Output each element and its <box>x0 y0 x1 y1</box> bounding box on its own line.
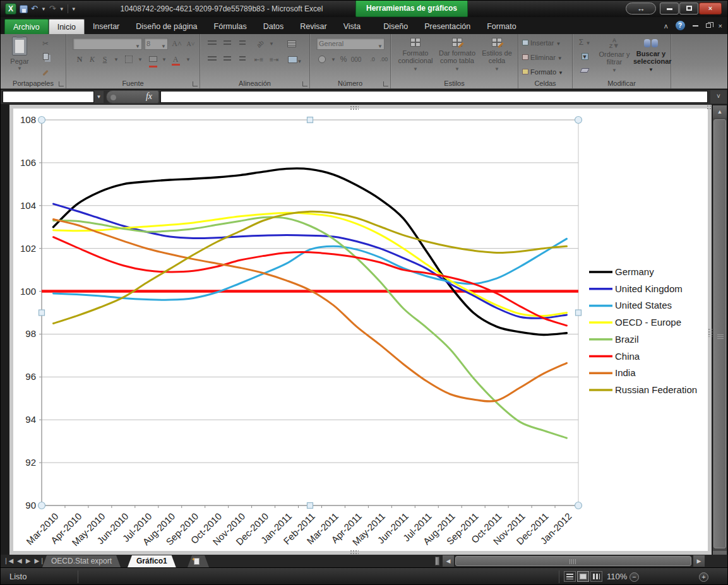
first-sheet-icon[interactable]: ❘◀ <box>3 556 13 566</box>
vertical-scrollbar[interactable]: ▲ ▼ <box>713 105 727 564</box>
selection-handle-corner[interactable] <box>39 117 45 124</box>
decrease-decimal-button[interactable]: .00 <box>377 54 391 66</box>
thousands-button[interactable]: 000 <box>349 54 363 66</box>
legend-label-united-states[interactable]: United States <box>615 300 672 310</box>
context-tab-presentación[interactable]: Presentación <box>416 19 479 34</box>
autosum-button[interactable]: Σ ▼ <box>576 37 593 49</box>
name-box-dropdown-icon[interactable]: ▼ <box>94 91 104 103</box>
save-icon[interactable] <box>20 5 28 13</box>
sheet-tab-gr-fico1[interactable]: Gráfico1 <box>128 555 176 567</box>
redo-dropdown-icon[interactable]: ▼ <box>59 6 64 12</box>
zoom-level[interactable]: 110% <box>607 572 627 581</box>
view-page-break-button[interactable] <box>590 571 602 582</box>
vertical-scrollbar-thumb[interactable] <box>713 119 726 548</box>
workbook-minimize-icon[interactable] <box>693 25 698 27</box>
format-cells-button[interactable]: Formato ▼ <box>522 68 563 76</box>
series-india[interactable] <box>54 220 567 402</box>
italic-button[interactable]: K <box>85 54 99 66</box>
borders-dropdown-icon[interactable]: ▼ <box>133 54 147 66</box>
grow-font-button[interactable]: A˄ <box>170 38 184 50</box>
minimize-button[interactable] <box>660 3 679 15</box>
tab-revisar[interactable]: Revisar <box>292 19 335 34</box>
view-page-layout-button[interactable] <box>577 571 589 582</box>
excel-app-icon[interactable]: X <box>5 3 16 15</box>
tab-fórmulas[interactable]: Fórmulas <box>206 19 255 34</box>
legend-label-united-kingdom[interactable]: United Kingdom <box>615 283 683 294</box>
selection-handle-edge[interactable] <box>307 117 313 123</box>
merge-center-button[interactable]: ▼ <box>285 54 305 66</box>
scroll-up-icon[interactable]: ▲ <box>713 105 727 118</box>
workbook-restore-icon[interactable] <box>706 23 711 28</box>
tab-diseño-de-página[interactable]: Diseño de página <box>128 19 205 34</box>
conditional-formatting-button[interactable]: Formato condicional ▼ <box>396 38 435 73</box>
name-box[interactable] <box>3 91 94 103</box>
number-format-combo[interactable]: General▼ <box>316 38 385 50</box>
cut-button[interactable]: ✂ <box>39 38 52 50</box>
align-left-button[interactable] <box>205 54 219 66</box>
prev-sheet-icon[interactable]: ◀ <box>17 556 22 566</box>
series-oecd-europe[interactable] <box>54 213 567 316</box>
scroll-right-icon[interactable]: ▶ <box>693 555 705 567</box>
insert-cells-button[interactable]: Insertar ▼ <box>522 39 561 47</box>
selection-handle-edge[interactable] <box>39 310 45 316</box>
legend-label-germany[interactable]: Germany <box>615 266 654 277</box>
underline-dropdown-icon[interactable]: ▼ <box>109 54 123 66</box>
horizontal-scrollbar-thumb[interactable] <box>455 556 691 566</box>
tab-datos[interactable]: Datos <box>255 19 292 34</box>
redo-icon[interactable]: ↷ <box>48 3 57 15</box>
help-icon[interactable]: ? <box>676 21 685 30</box>
maximize-button[interactable] <box>679 3 698 15</box>
delete-cells-button[interactable]: Eliminar ▼ <box>522 54 563 61</box>
percent-button[interactable]: % <box>337 54 350 66</box>
workbook-close-icon[interactable]: × <box>719 22 722 30</box>
cell-styles-button[interactable]: Estilos de celda ▼ <box>479 38 515 73</box>
bold-button[interactable]: N <box>73 54 87 66</box>
wrap-text-button[interactable] <box>285 38 299 50</box>
align-right-button[interactable] <box>236 54 249 66</box>
find-select-button[interactable]: Buscar y seleccionar ▼ <box>633 38 669 74</box>
context-tab-formato[interactable]: Formato <box>479 19 525 34</box>
align-center-button[interactable] <box>220 54 234 66</box>
tab-split-handle[interactable] <box>435 557 439 565</box>
align-middle-button[interactable] <box>220 38 234 50</box>
legend-label-russian-federation[interactable]: Russian Federation <box>615 384 697 395</box>
copy-button[interactable] <box>39 52 52 64</box>
formula-bar-expand-icon[interactable]: ˅ <box>710 90 727 103</box>
format-as-table-button[interactable]: Dar formato como tabla ▼ <box>436 38 478 73</box>
decrease-indent-button[interactable]: ⇤≡ <box>252 54 266 66</box>
portapapeles-dialog-launcher[interactable] <box>59 81 64 86</box>
font-color-dropdown-icon[interactable]: ▼ <box>181 54 195 66</box>
align-top-button[interactable] <box>205 38 219 50</box>
collapse-ribbon-icon[interactable]: ᴧ <box>664 22 668 30</box>
context-tab-diseño[interactable]: Diseño <box>375 19 416 34</box>
paste-button[interactable]: Pegar ▼ <box>4 37 35 73</box>
last-sheet-icon[interactable]: ▶❘ <box>34 556 44 566</box>
numero-dialog-launcher[interactable] <box>383 81 388 86</box>
scroll-left-icon[interactable]: ◀ <box>443 555 454 567</box>
increase-indent-button[interactable]: ≡⇥ <box>267 54 281 66</box>
selection-handle-corner[interactable] <box>575 502 582 509</box>
format-painter-button[interactable] <box>39 67 52 79</box>
selection-handle-edge[interactable] <box>307 503 313 509</box>
shrink-font-button[interactable]: A˅ <box>184 38 198 50</box>
align-bottom-button[interactable] <box>236 38 249 50</box>
insert-sheet-tab[interactable]: ✦ <box>188 555 209 567</box>
tab-inicio[interactable]: Inicio <box>49 19 85 34</box>
view-normal-button[interactable] <box>564 571 576 582</box>
tab-vista[interactable]: Vista <box>335 19 369 34</box>
switch-window-button[interactable]: ↔ <box>626 3 656 15</box>
zoom-out-button[interactable]: − <box>630 572 639 582</box>
orientation-dropdown-icon[interactable]: ▼ <box>265 38 278 50</box>
sort-filter-button[interactable]: AZ▼ Ordenar y filtrar ▼ <box>597 38 632 74</box>
formula-input[interactable] <box>160 91 708 103</box>
selection-handle-corner[interactable] <box>39 502 45 509</box>
customize-qat-icon[interactable]: ▼ <box>71 6 76 12</box>
legend-label-china[interactable]: China <box>615 351 640 362</box>
undo-dropdown-icon[interactable]: ▼ <box>41 6 46 12</box>
fx-icon[interactable]: fx <box>146 92 152 102</box>
font-color-button[interactable]: A <box>169 54 182 66</box>
undo-icon[interactable]: ↶ <box>30 3 39 15</box>
next-sheet-icon[interactable]: ▶ <box>26 556 31 566</box>
chart[interactable]: 9092949698100102104106108Mar-2010Apr-201… <box>10 105 712 554</box>
font-name-combo[interactable]: ▼ <box>73 38 142 50</box>
